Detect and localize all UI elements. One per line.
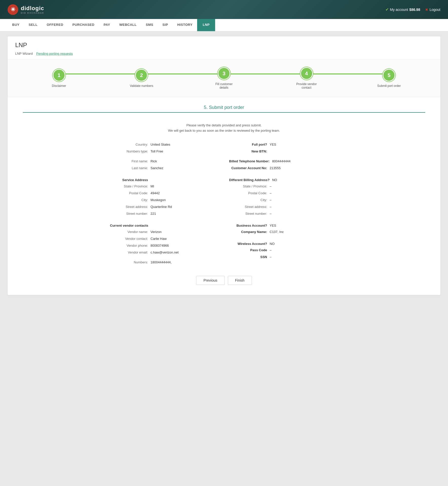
city-row: City: Muskegon	[110, 197, 219, 203]
postal-code-row: Postal Code: 49442	[110, 190, 219, 197]
last-name-value: Sanchez	[151, 166, 163, 170]
pass-code-label: Pass Code	[229, 248, 270, 252]
wireless-account-label: Wireless Account?	[229, 242, 270, 246]
nav-item-history[interactable]: HISTORY	[173, 19, 197, 31]
nav-item-sip[interactable]: SIP	[158, 19, 173, 31]
main-nav: BUY SELL OFFERED PURCHASED PAY WEBCALL S…	[0, 19, 448, 31]
street-address-value: Quarterline Rd	[151, 205, 172, 209]
customer-account-label: Customer Account No:	[229, 166, 270, 170]
billing-street-num-row: Street number: –	[229, 210, 338, 217]
postal-code-label: Postal Code:	[110, 191, 151, 195]
full-port-label: Full port?	[229, 143, 270, 146]
subtitle-line1: Please verify the details provided and p…	[186, 123, 262, 127]
city-label: City:	[110, 198, 151, 202]
step-label-1: Disclaimer	[52, 84, 66, 88]
numbers-label: Numbers:	[110, 260, 151, 264]
vendor-email-value: c.haw@verizon.net	[151, 250, 179, 254]
page-title-area: LNP LNP Wizard Pending porting requests	[8, 36, 440, 60]
numbers-type-row: Numbers type: Toll Free	[110, 148, 219, 155]
ssn-row: SSN –	[229, 254, 338, 260]
subtitle-line2: We will get back to you as soon as the o…	[168, 129, 280, 132]
step-circle-3: 3	[218, 67, 230, 80]
nav-item-webcall[interactable]: WEBCALL	[115, 19, 141, 31]
business-account-value: YES	[270, 224, 276, 227]
vendor-name-label: Vendor name:	[110, 230, 151, 234]
right-column: Full port? YES New BTN: Billed Telephone…	[229, 141, 338, 266]
diff-billing-header-row: Different Billing Address? NO	[229, 174, 338, 183]
nav-item-offered[interactable]: OFFERED	[42, 19, 68, 31]
numbers-value: 18004444444,	[151, 260, 172, 264]
wireless-account-header-row: Wireless Account? NO	[229, 238, 338, 247]
street-number-label: Street number:	[110, 212, 151, 216]
form-section: 5. Submit port order Please verify the d…	[8, 97, 440, 295]
finish-button[interactable]: Finish	[228, 276, 252, 285]
state-label: State / Province:	[110, 184, 151, 188]
nav-item-sms[interactable]: SMS	[141, 19, 158, 31]
logo-text: didlogic DID EXCHANGE	[21, 5, 44, 14]
wizard-step-3: 3 Fill customer details	[183, 67, 265, 89]
service-address-header-row: Service Address	[110, 174, 219, 183]
country-label: Country:	[110, 143, 151, 146]
country-value: United States	[151, 143, 170, 146]
street-address-row: Street address: Quarterline Rd	[110, 203, 219, 210]
city-value: Muskegon	[151, 198, 166, 202]
wizard-step-1: 1 Disclaimer	[18, 69, 100, 88]
full-port-value: YES	[270, 143, 276, 146]
company-name-value: C137, Inc	[270, 230, 284, 234]
ssn-value: –	[270, 255, 271, 259]
billing-postal-label: Postal Code:	[229, 191, 270, 195]
vendor-name-row: Vendor name: Verizon	[110, 228, 219, 235]
vendor-name-value: Verizon	[151, 230, 161, 234]
vendor-contacts-label: Current vendor contacts	[110, 224, 151, 227]
country-row: Country: United States	[110, 141, 219, 148]
business-account-label: Business Account?	[229, 224, 270, 227]
last-name-row: Last name: Sanchez	[110, 165, 219, 171]
nav-item-buy[interactable]: BUY	[8, 19, 24, 31]
step-label-5: Submit port order	[377, 84, 401, 88]
previous-button[interactable]: Previous	[196, 276, 225, 285]
wizard-step-2: 2 Validate numbers	[100, 69, 183, 88]
service-address-label: Service Address	[110, 178, 151, 182]
nav-item-sell[interactable]: SELL	[24, 19, 42, 31]
breadcrumb-separator	[34, 52, 35, 55]
last-name-label: Last name:	[110, 166, 151, 170]
vendor-phone-label: Vendor phone:	[110, 244, 151, 247]
state-row: State / Province: MI	[110, 183, 219, 190]
billing-postal-row: Postal Code: –	[229, 190, 338, 197]
logo-icon: ✳	[8, 4, 18, 15]
logo-subtitle: DID EXCHANGE	[21, 12, 44, 14]
first-name-label: First name:	[110, 159, 151, 163]
left-column: Country: United States Numbers type: Tol…	[110, 141, 219, 266]
billing-street-row: Street address: –	[229, 203, 338, 210]
billing-street-num-value: –	[270, 212, 271, 216]
logout-link[interactable]: ✖ Logout	[425, 8, 440, 12]
step-circle-1: 1	[53, 69, 65, 82]
pass-code-value: –	[270, 248, 271, 252]
pass-code-row: Pass Code –	[229, 247, 338, 254]
billing-state-value: –	[270, 184, 271, 188]
account-balance: $86.98	[409, 8, 420, 12]
billing-postal-value: –	[270, 191, 271, 195]
breadcrumb-wizard: LNP Wizard	[15, 52, 33, 55]
step-circle-2: 2	[135, 69, 148, 82]
billing-state-label: State / Province:	[229, 184, 270, 188]
new-btn-label: New BTN:	[229, 149, 270, 153]
billed-tel-row: Billed Telephone Number: 8004444444	[229, 158, 338, 165]
company-name-row: Company Name: C137, Inc	[229, 228, 338, 235]
page-title: LNP	[15, 42, 433, 49]
logo-area: ✳ didlogic DID EXCHANGE	[8, 4, 44, 15]
check-icon: ✔	[385, 7, 389, 12]
billed-tel-label: Billed Telephone Number:	[229, 159, 272, 163]
account-link[interactable]: ✔ My account $86.98	[385, 7, 420, 12]
vendor-contacts-header-row: Current vendor contacts	[110, 220, 219, 228]
full-port-row: Full port? YES	[229, 141, 338, 148]
nav-item-purchased[interactable]: PURCHASED	[68, 19, 99, 31]
nav-item-lnp[interactable]: LNP	[197, 19, 215, 31]
wizard-step-5: 5 Submit port order	[348, 69, 430, 88]
billing-city-row: City: –	[229, 197, 338, 203]
postal-code-value: 49442	[151, 191, 160, 195]
nav-item-pay[interactable]: PAY	[99, 19, 115, 31]
breadcrumb-pending[interactable]: Pending porting requests	[36, 52, 73, 55]
first-name-row: First name: Rick	[110, 158, 219, 165]
main-card: LNP LNP Wizard Pending porting requests …	[8, 36, 440, 295]
